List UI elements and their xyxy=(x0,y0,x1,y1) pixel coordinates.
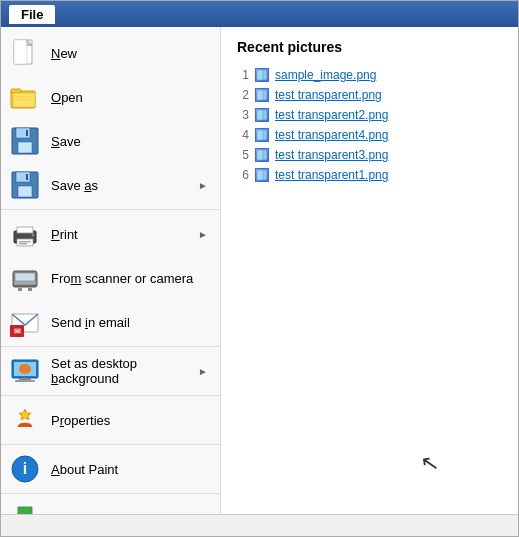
svg-rect-15 xyxy=(18,186,32,197)
svg-point-22 xyxy=(32,234,35,237)
email-label: Send in email xyxy=(51,315,208,330)
menu-item-new[interactable]: New xyxy=(1,31,220,75)
file-icon xyxy=(255,168,269,182)
svg-rect-36 xyxy=(15,380,35,382)
menu-item-save-as[interactable]: Save as ► xyxy=(1,163,220,207)
save-as-arrow: ► xyxy=(198,180,208,191)
separator-5 xyxy=(1,493,220,494)
scanner-label: From scanner or camera xyxy=(51,271,208,286)
menu-item-exit[interactable]: Exit xyxy=(1,496,220,514)
recent-num: 6 xyxy=(237,168,249,182)
recent-filename[interactable]: test transparent1.png xyxy=(275,168,388,182)
file-icon xyxy=(255,88,269,102)
recent-item[interactable]: 2test transparent.png xyxy=(237,85,502,105)
recent-item[interactable]: 1sample_image.png xyxy=(237,65,502,85)
print-label: Print xyxy=(51,227,188,242)
status-bar xyxy=(1,514,518,536)
desktop-label: Set as desktop background xyxy=(51,356,188,386)
file-tab[interactable]: File xyxy=(9,5,55,24)
save-icon xyxy=(9,125,41,157)
svg-rect-43 xyxy=(257,90,263,100)
svg-point-34 xyxy=(19,364,31,374)
properties-icon xyxy=(9,404,41,436)
open-label: Open xyxy=(51,90,208,105)
svg-rect-51 xyxy=(257,170,263,180)
about-icon: i xyxy=(9,453,41,485)
recent-filename[interactable]: test transparent3.png xyxy=(275,148,388,162)
recent-filename[interactable]: sample_image.png xyxy=(275,68,376,82)
recent-title: Recent pictures xyxy=(237,39,502,55)
file-icon xyxy=(255,148,269,162)
svg-rect-49 xyxy=(257,150,263,160)
menu-panel: New Open xyxy=(1,27,221,514)
svg-rect-21 xyxy=(19,243,27,245)
content-area: New Open xyxy=(1,27,518,514)
open-icon xyxy=(9,81,41,113)
print-arrow: ► xyxy=(198,229,208,240)
new-icon xyxy=(9,37,41,69)
recent-item[interactable]: 4test transparent4.png xyxy=(237,125,502,145)
recent-num: 5 xyxy=(237,148,249,162)
save-as-icon xyxy=(9,169,41,201)
recent-filename[interactable]: test transparent2.png xyxy=(275,108,388,122)
svg-rect-18 xyxy=(17,227,33,233)
svg-rect-28 xyxy=(28,288,32,291)
file-icon xyxy=(255,128,269,142)
svg-rect-12 xyxy=(26,130,28,136)
svg-rect-26 xyxy=(13,285,37,287)
menu-item-desktop[interactable]: Set as desktop background ► xyxy=(1,349,220,393)
recent-num: 3 xyxy=(237,108,249,122)
new-label: New xyxy=(51,46,208,61)
svg-rect-45 xyxy=(257,110,263,120)
separator-4 xyxy=(1,444,220,445)
separator-2 xyxy=(1,346,220,347)
separator-1 xyxy=(1,209,220,210)
recent-filename[interactable]: test transparent.png xyxy=(275,88,382,102)
about-label: About Paint xyxy=(51,462,208,477)
recent-filename[interactable]: test transparent4.png xyxy=(275,128,388,142)
email-icon: ✉ xyxy=(9,306,41,338)
properties-label: Properties xyxy=(51,413,208,428)
svg-text:i: i xyxy=(23,460,27,477)
menu-item-print[interactable]: Print ► xyxy=(1,212,220,256)
menu-item-about[interactable]: i About Paint xyxy=(1,447,220,491)
title-bar: File xyxy=(1,1,518,27)
svg-rect-11 xyxy=(18,142,32,153)
recent-item[interactable]: 6test transparent1.png xyxy=(237,165,502,185)
svg-text:✉: ✉ xyxy=(14,327,21,336)
svg-rect-41 xyxy=(257,70,263,80)
file-icon xyxy=(255,108,269,122)
menu-item-scanner[interactable]: From scanner or camera xyxy=(1,256,220,300)
recent-num: 1 xyxy=(237,68,249,82)
exit-icon xyxy=(9,502,41,514)
separator-3 xyxy=(1,395,220,396)
svg-rect-16 xyxy=(26,174,28,180)
svg-rect-20 xyxy=(19,241,31,243)
menu-item-open[interactable]: Open xyxy=(1,75,220,119)
svg-rect-5 xyxy=(11,89,21,93)
desktop-arrow: ► xyxy=(198,366,208,377)
save-as-label: Save as xyxy=(51,178,188,193)
menu-item-email[interactable]: ✉ Send in email xyxy=(1,300,220,344)
svg-rect-1 xyxy=(14,40,27,64)
cursor-indicator: ↖ xyxy=(419,450,441,479)
svg-rect-25 xyxy=(14,281,36,285)
svg-point-37 xyxy=(22,412,28,418)
recent-num: 2 xyxy=(237,88,249,102)
recent-list: 1sample_image.png2test transparent.png3t… xyxy=(237,65,502,185)
recent-num: 4 xyxy=(237,128,249,142)
save-label: Save xyxy=(51,134,208,149)
main-window: File New xyxy=(0,0,519,537)
print-icon xyxy=(9,218,41,250)
recent-item[interactable]: 3test transparent2.png xyxy=(237,105,502,125)
desktop-icon xyxy=(9,355,41,387)
svg-rect-47 xyxy=(257,130,263,140)
recent-panel: Recent pictures 1sample_image.png2test t… xyxy=(221,27,518,514)
menu-item-properties[interactable]: Properties xyxy=(1,398,220,442)
menu-item-save[interactable]: Save xyxy=(1,119,220,163)
exit-label: Exit xyxy=(51,511,208,515)
svg-rect-27 xyxy=(18,288,22,291)
file-icon xyxy=(255,68,269,82)
scanner-icon xyxy=(9,262,41,294)
recent-item[interactable]: 5test transparent3.png xyxy=(237,145,502,165)
